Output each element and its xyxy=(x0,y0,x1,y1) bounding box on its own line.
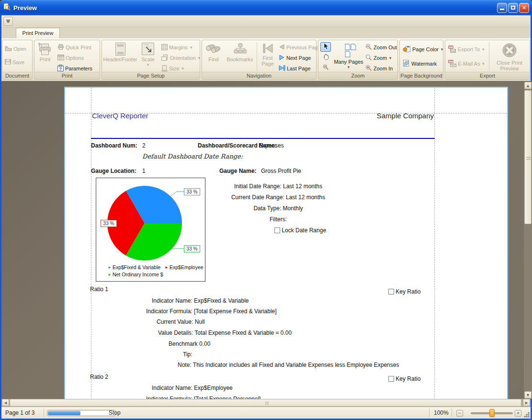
previous-page-icon xyxy=(279,44,285,51)
legend-label-employee: Exp$Employee xyxy=(170,264,204,270)
header-footer-button[interactable]: Header/Footer xyxy=(104,43,136,62)
initial-date-range: Initial Date Range: Last 12 months xyxy=(209,183,348,190)
status-bar: Page 1 of 3 Stop 100% − + xyxy=(1,407,531,419)
scale-icon xyxy=(142,43,154,57)
lock-date-range-checkbox[interactable] xyxy=(274,227,280,233)
export-pdf-icon: PDF xyxy=(448,45,456,54)
chevron-down-icon: ▼ xyxy=(146,62,150,68)
zoom-button[interactable]: Zoom ▼ xyxy=(364,54,393,62)
hand-tool-button[interactable] xyxy=(320,53,331,62)
first-page-button[interactable]: First Page xyxy=(259,43,277,67)
watermark-icon xyxy=(403,60,410,68)
scroll-right-button[interactable]: ► xyxy=(523,399,530,406)
chevron-down-icon: ▼ xyxy=(189,45,193,50)
margins-button[interactable]: Margins ▼ xyxy=(160,43,194,52)
ratio1-note: Note: This Indicator includes all Fixed … xyxy=(178,362,399,368)
progress-bar-fill xyxy=(48,411,80,415)
email-as-button[interactable]: PDF E-Mail As ▼ xyxy=(447,59,486,68)
preview-canvas[interactable]: CleverQ Reporter Sample Company Dashboar… xyxy=(1,81,531,399)
scroll-up-button[interactable]: ▲ xyxy=(524,82,532,89)
page-color-button[interactable]: Page Color ▼ xyxy=(402,45,445,54)
svg-text:PDF: PDF xyxy=(449,60,453,63)
options-button[interactable]: Options xyxy=(57,54,85,62)
preview-app-icon xyxy=(3,3,11,12)
zoom-increase-button[interactable]: + xyxy=(515,410,521,417)
horizontal-scrollbar[interactable]: ◄ ► xyxy=(1,399,531,407)
previous-page-button[interactable]: Previous Page xyxy=(278,43,322,52)
mouse-pointer-tool-button[interactable] xyxy=(320,42,331,52)
open-button[interactable]: Open xyxy=(4,45,27,53)
ratio2-key-ratio-row: Key Ratio xyxy=(388,375,420,382)
data-type: Data Type: Monthly xyxy=(209,205,348,212)
close-button[interactable]: ✕ xyxy=(519,3,529,13)
pie-callout-green: 33 % xyxy=(184,245,200,252)
print-button[interactable]: ? Print xyxy=(36,43,54,62)
watermark-button[interactable]: Watermark xyxy=(402,59,438,68)
quick-access-menu-button[interactable] xyxy=(3,17,13,26)
mouse-pointer-icon xyxy=(323,43,329,52)
scale-button[interactable]: Scale ▼ xyxy=(138,43,158,68)
magnifier-tool-button[interactable] xyxy=(320,63,331,73)
dashboard-name-value: Expenses xyxy=(259,142,284,149)
pie-callout-blue: 33 % xyxy=(184,188,200,195)
page-count-label: Page 1 of 3 xyxy=(5,409,34,416)
bookmarks-button[interactable]: Bookmarks xyxy=(225,43,255,62)
next-page-button[interactable]: Next Page xyxy=(278,54,312,62)
next-page-icon xyxy=(279,55,285,61)
lock-date-range-label: Lock Date Range xyxy=(282,227,326,234)
legend-marker-blue: ► xyxy=(108,265,112,270)
save-button[interactable]: Save xyxy=(4,58,25,67)
ratio1-title: Ratio 1 xyxy=(90,286,108,293)
many-pages-button[interactable]: Many Pages ▼ xyxy=(333,44,364,70)
ribbon-group-page-setup: Header/Footer Scale ▼ Margins ▼ Orientat… xyxy=(102,40,200,80)
find-button[interactable]: Find xyxy=(204,43,223,62)
report-title: CleverQ Reporter xyxy=(92,112,148,120)
ribbon-group-page-background: Page Color ▼ Watermark Page Background xyxy=(399,40,443,80)
preview-window: Preview ✕ Print Preview Open xyxy=(0,0,532,420)
scroll-left-button[interactable]: ◄ xyxy=(2,399,9,406)
window-resize-grip[interactable] xyxy=(523,411,530,418)
maximize-button[interactable] xyxy=(508,3,518,13)
close-print-preview-button[interactable]: Close Print Preview xyxy=(491,43,528,71)
printer-icon: ? xyxy=(38,43,52,57)
ratio1-current-value: Current Value: Null xyxy=(157,318,205,325)
horizontal-scroll-thumb[interactable] xyxy=(10,399,521,407)
ratio1-key-ratio-row: Key Ratio xyxy=(388,288,420,295)
ratio1-key-ratio-checkbox[interactable] xyxy=(388,289,394,295)
ratio2-key-ratio-checkbox[interactable] xyxy=(388,376,394,382)
zoom-out-button[interactable]: Zoom Out xyxy=(364,43,398,52)
quick-print-button[interactable]: Quick Print xyxy=(57,43,92,52)
chevron-down-icon: ▼ xyxy=(481,47,485,52)
zoom-percentage: 100% xyxy=(434,409,449,416)
zoom-icon xyxy=(365,54,372,62)
quick-print-icon xyxy=(57,44,64,51)
stop-label[interactable]: Stop xyxy=(109,409,121,416)
zoom-out-icon xyxy=(365,44,372,51)
ratio1-indicator-formula: Indicator Formula: [Total Expense Fixed … xyxy=(146,308,277,315)
dashboard-num-label: Dashboard Num: xyxy=(91,142,137,149)
export-to-button[interactable]: PDF Export To ▼ xyxy=(447,45,486,54)
filters-label: Filters: xyxy=(209,216,348,223)
gauge-location-value: 1 xyxy=(142,168,146,174)
parameters-icon: ? xyxy=(57,65,64,72)
zoom-decrease-button[interactable]: − xyxy=(456,410,463,417)
orientation-icon xyxy=(161,55,169,62)
chevron-down-icon: ▼ xyxy=(440,47,444,52)
zoom-slider-thumb[interactable] xyxy=(489,409,495,417)
chevron-down-icon: ▼ xyxy=(388,56,392,60)
svg-text:?: ? xyxy=(59,67,62,71)
pie-legend: ►Exp$Fixed & Variable ►Exp$Employee ►Net… xyxy=(108,264,204,278)
ratio2-key-ratio-label: Key Ratio xyxy=(396,375,420,382)
last-page-icon xyxy=(279,65,285,72)
chevron-down-icon: ▼ xyxy=(347,65,351,70)
orientation-button[interactable]: Orientation ▼ xyxy=(160,54,202,62)
page-color-icon xyxy=(403,45,411,54)
vertical-scrollbar[interactable]: ▲ ▼ xyxy=(524,81,532,399)
first-page-icon xyxy=(262,43,274,55)
vertical-scroll-thumb[interactable] xyxy=(524,90,532,224)
tab-print-preview[interactable]: Print Preview xyxy=(16,28,60,38)
scroll-down-button[interactable]: ▼ xyxy=(524,391,532,398)
ribbon-group-navigation: Find Bookmarks First Page Previous Page xyxy=(202,40,317,80)
legend-marker-red: ► xyxy=(165,265,169,270)
minimize-button[interactable] xyxy=(497,3,507,13)
